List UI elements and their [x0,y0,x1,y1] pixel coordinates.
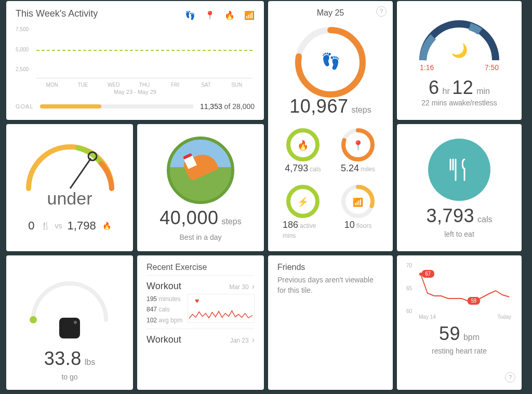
steps-progress-ring: 👣 [286,21,375,99]
svg-text:♥: ♥ [195,297,200,305]
x-start: May 14 [419,314,436,320]
sleep-duration: 6hr 12min [406,77,512,99]
food-card[interactable]: 3,793cals left to eat [397,124,522,251]
weight-caption: to go [16,373,124,381]
location-icon[interactable]: 📍 [205,10,215,20]
exercise-date: Jan 23 [230,337,249,344]
y-tick: 65 [406,286,412,291]
recent-exercise-card[interactable]: Recent Exercise Workout Mar 30› 195 minu… [137,255,264,390]
calories-ring[interactable]: 🔥 4,793cals [283,127,323,174]
activity-title: This Week's Activity [16,8,98,19]
svg-text:👣: 👣 [321,52,341,71]
heart-rate-value: 59bpm [406,323,512,345]
scale-icon [59,318,80,338]
weight-value: 33.8lbs [16,348,124,370]
in-vs-out: 0🍴 vs 1,798🔥 [16,219,124,233]
exercise-item[interactable]: Workout Mar 30› 195 minutes 847 cals 102… [147,275,255,329]
chevron-right-icon: › [252,335,255,344]
balance-status: under [16,188,124,209]
steps-value: 10,967steps [277,96,383,117]
exercise-name: Workout [147,334,181,345]
activity-bar-chart: 7,500 5,000 2,500 MONTUEWEDTHUFRISATSUN [16,25,255,88]
x-end: Today [497,314,511,320]
y-tick: 2,500 [16,66,29,72]
friends-card[interactable]: Friends Previous days aren't viewable fo… [268,255,393,390]
weekly-activity-card[interactable]: This Week's Activity 👣 📍 🔥 📶 7,500 5,000… [6,1,264,120]
badge-card[interactable]: 40,000steps Best in a day [137,124,264,251]
exercise-date: Mar 30 [229,283,248,291]
sleep-card[interactable]: 🌙 1:16 7:50 6hr 12min 22 mins awake/rest… [397,1,522,120]
goal-text: 11,353 of 28,000 [200,102,255,111]
help-icon[interactable]: ? [505,372,515,383]
goal-bar [40,104,194,108]
svg-text:📶: 📶 [353,197,363,207]
y-tick: 5,000 [16,47,29,52]
daily-steps-card[interactable]: May 25 ? 👣 10,967steps 🔥 4,793cals 📍 5.2… [268,1,393,251]
badge-value: 40,000steps [147,207,255,229]
svg-text:59: 59 [471,298,476,304]
food-caption: left to eat [406,230,512,238]
chevron-right-icon: › [252,282,255,291]
exercise-stats: 195 minutes 847 cals 102 avg bpm [147,294,182,325]
distance-ring[interactable]: 📍 5.24miles [338,127,378,174]
active-mins-ring[interactable]: ⚡ 186active mins [283,183,323,240]
sleep-end: 7:50 [485,63,499,72]
svg-text:🌙: 🌙 [451,42,468,59]
floors-ring[interactable]: 📶 10floors [338,183,378,240]
exercise-name: Workout [147,281,181,292]
date-range: May 23 - May 29 [16,89,255,95]
footsteps-icon[interactable]: 👣 [185,10,195,20]
friends-title: Friends [277,263,383,272]
heart-rate-chart: 70 65 60 67 59 May 14 Today [406,263,512,320]
fork-knife-icon: 🍴 [41,222,50,230]
heart-rate-caption: resting heart rate [406,347,512,355]
svg-text:📍: 📍 [352,140,364,151]
svg-line-14 [70,158,91,188]
exercise-item[interactable]: Workout Jan 23› [147,329,255,348]
food-plate-icon [428,139,490,201]
balance-gauge [16,131,125,194]
resting-heart-rate-card[interactable]: 70 65 60 67 59 May 14 Today 59bpm [397,255,522,390]
heart-rate-sparkline: ♥ [188,294,255,323]
y-tick: 60 [406,308,412,314]
help-icon[interactable]: ? [376,6,387,17]
friends-message: Previous days aren't viewable for this t… [277,275,383,295]
sleep-arc: 🌙 [407,8,511,65]
exercise-title: Recent Exercise [147,263,255,272]
stairs-icon[interactable]: 📶 [244,10,255,20]
svg-text:🔥: 🔥 [297,140,309,151]
goal-label: GOAL [16,103,34,110]
food-value: 3,793cals [406,205,512,227]
date-header: May 25 [277,8,383,18]
badge-caption: Best in a day [147,233,255,241]
flame-icon[interactable]: 🔥 [224,10,235,20]
svg-point-16 [30,316,37,323]
x-axis-labels: MONTUEWEDTHUFRISATSUN [36,82,252,88]
flame-icon: 🔥 [102,222,111,230]
activity-metric-tabs: 👣 📍 🔥 📶 [185,10,255,20]
goal-progress: GOAL 11,353 of 28,000 [16,102,255,111]
svg-text:67: 67 [425,271,431,277]
weight-card[interactable]: 33.8lbs to go [6,255,133,390]
sleep-start: 1:16 [420,63,434,72]
sleep-note: 22 mins awake/restless [406,99,512,107]
y-tick: 70 [406,263,412,268]
svg-text:⚡: ⚡ [297,196,309,208]
y-tick: 7,500 [16,26,29,32]
calorie-balance-card[interactable]: under 0🍴 vs 1,798🔥 [6,124,133,251]
badge-illustration [167,137,234,204]
